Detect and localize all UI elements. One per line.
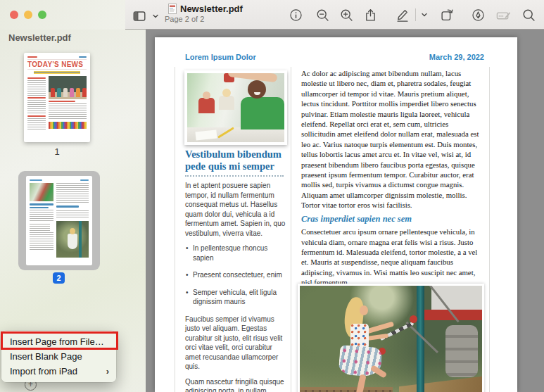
toolbar-divider	[415, 8, 416, 21]
mini-main-column	[49, 76, 87, 131]
left-rule	[175, 67, 175, 392]
mini-playground-photo	[56, 221, 89, 258]
markup-pencil-icon[interactable]	[394, 6, 411, 24]
markup-chevron-icon[interactable]	[419, 6, 430, 24]
pdf-page-2: Lorem Ipsum Dolor March 29, 2022 Vestibu…	[155, 37, 517, 392]
bullet-item: Semper vehicula, elit ligula dignissim m…	[185, 288, 286, 307]
window-title: Newsletter.pdf	[180, 4, 243, 14]
left-column-text: In et aptent posuere sapien tempor, id n…	[185, 181, 286, 392]
mini-header	[30, 179, 89, 181]
left-paragraph-3: Quam nascetur fringilla quisque adipisci…	[185, 377, 286, 392]
doc-header-date: March 29, 2022	[429, 53, 484, 61]
menu-item-import-from-ipad[interactable]: Import from iPad ›	[1, 364, 116, 379]
mini-highlight-bar	[34, 71, 80, 74]
page-indicator: Page 2 of 2	[165, 15, 243, 23]
window-controls	[10, 11, 46, 19]
zoom-out-icon[interactable]	[314, 6, 331, 24]
bullet-item: Praesent consectetuer, enim	[185, 270, 286, 280]
menu-item-insert-blank-page[interactable]: Insert Blank Page	[1, 349, 116, 364]
left-paragraph-1: In et aptent posuere sapien tempor, id n…	[185, 181, 286, 238]
rotate-icon[interactable]	[438, 6, 455, 24]
mini-pencils-photo	[49, 122, 87, 129]
right-subheading: Cras imperdiet sapien nec sem	[301, 214, 484, 224]
right-paragraph-2: Consectetuer arcu ipsum ornare pellentes…	[301, 227, 484, 287]
document-viewer[interactable]: Lorem Ipsum Dolor March 29, 2022 Vestibu…	[146, 30, 544, 392]
submenu-chevron-icon: ›	[106, 364, 109, 379]
right-paragraph-1: Ac dolor ac adipiscing amet bibendum nul…	[301, 68, 484, 210]
mini-right-column	[56, 183, 89, 258]
document-proxy-icon[interactable]	[168, 4, 177, 14]
page-number-1: 1	[24, 146, 90, 157]
annotate-pen-icon[interactable]	[469, 6, 486, 24]
zoom-window-button[interactable]	[38, 11, 46, 19]
classroom-photo	[184, 70, 287, 145]
mini-boy-photo	[30, 183, 53, 201]
zoom-in-icon[interactable]	[338, 6, 355, 24]
sidebar-toggle-icon[interactable]	[131, 7, 148, 25]
bullet-list: In pellentesque rhoncus sapien Praesent …	[185, 244, 286, 307]
mini-newsletter-title: TODAY'S NEWS	[27, 59, 87, 70]
doc-header-left: Lorem Ipsum Dolor	[185, 53, 256, 61]
bullet-item: In pellentesque rhoncus sapien	[185, 244, 286, 263]
mini-classroom-photo	[49, 76, 87, 99]
page-thumbnail-2[interactable]	[26, 176, 92, 265]
playground-photo	[298, 284, 484, 392]
mini-left-column	[30, 183, 53, 258]
titlebar: Newsletter.pdf Page 2 of 2	[0, 0, 544, 30]
selected-page-badge: 2	[53, 272, 65, 284]
right-rule	[489, 67, 490, 392]
left-column-heading: Vestibulum bibendum pede quis mi semper	[185, 148, 288, 172]
window-title-block: Newsletter.pdf Page 2 of 2	[165, 4, 243, 23]
sidebar-options-chevron-icon[interactable]	[151, 7, 160, 25]
dotted-divider	[185, 175, 284, 177]
page-thumbnail-1[interactable]: TODAY'S NEWS	[24, 53, 90, 142]
context-menu: Insert Page from File… Insert Blank Page…	[1, 331, 116, 382]
left-paragraph-2: Faucibus semper id vivamus justo vel ali…	[185, 315, 286, 372]
right-column-text: Ac dolor ac adipiscing amet bibendum nul…	[301, 68, 484, 288]
mini-masthead	[27, 56, 87, 58]
info-icon[interactable]	[287, 6, 304, 24]
column-rule	[291, 67, 291, 392]
menu-item-insert-page-from-file[interactable]: Insert Page from File…	[1, 334, 116, 349]
sidebar-file-label: Newsletter.pdf	[8, 32, 71, 43]
close-window-button[interactable]	[10, 11, 18, 19]
share-icon[interactable]	[362, 6, 379, 24]
mini-left-column	[27, 76, 46, 131]
search-icon[interactable]	[520, 6, 537, 24]
form-fill-icon	[495, 6, 512, 24]
minimize-window-button[interactable]	[24, 11, 32, 19]
